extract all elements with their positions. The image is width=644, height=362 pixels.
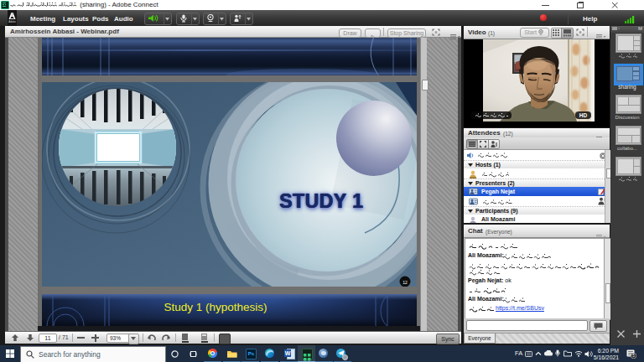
svg-text:Adobe: Adobe <box>8 20 16 23</box>
svg-text:12: 12 <box>402 280 408 285</box>
